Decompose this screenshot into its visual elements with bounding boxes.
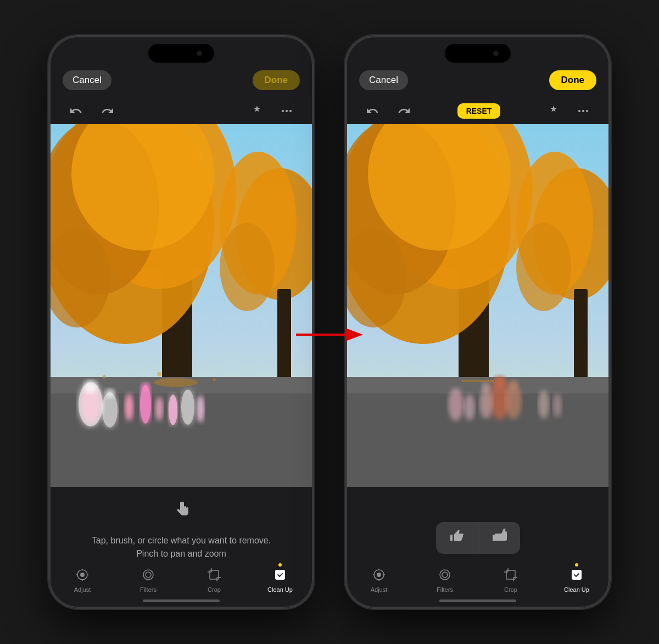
svg-point-29	[169, 395, 177, 425]
svg-point-42	[146, 572, 151, 578]
active-tab-indicator-left	[278, 563, 282, 567]
tab-cleanup-left[interactable]: Clean Up	[258, 568, 302, 593]
tab-filters-label-right: Filters	[437, 586, 453, 593]
cancel-button-left[interactable]: Cancel	[63, 70, 111, 90]
svg-point-78	[538, 390, 549, 419]
dynamic-island	[148, 44, 214, 63]
svg-point-26	[125, 393, 133, 421]
svg-point-31	[197, 395, 204, 423]
svg-rect-80	[461, 380, 494, 382]
phone-left: Cancel Done	[49, 36, 313, 608]
tab-bar-right: Adjust Filters	[346, 561, 610, 597]
tab-bar-left: Adjust Filters	[49, 561, 313, 597]
icon-bar-left	[49, 101, 313, 121]
auto-enhance-icon-left[interactable]	[247, 101, 267, 121]
home-indicator-right	[439, 599, 516, 602]
svg-point-36	[80, 573, 85, 577]
hand-pointer-icon	[169, 498, 193, 528]
svg-point-75	[494, 375, 506, 387]
svg-point-67	[516, 223, 571, 311]
svg-point-20	[103, 375, 106, 379]
svg-point-32	[84, 380, 97, 393]
svg-point-21	[157, 372, 161, 376]
svg-point-41	[143, 570, 153, 580]
tab-filters-label-left: Filters	[140, 586, 157, 593]
tab-cleanup-right[interactable]: Clean Up	[555, 568, 599, 593]
photo-area-right[interactable]	[346, 124, 610, 487]
svg-point-52	[582, 110, 584, 112]
feedback-area-right	[414, 487, 542, 561]
undo-icon-left[interactable]	[66, 101, 86, 121]
tab-crop-label-left: Crop	[208, 586, 221, 593]
auto-enhance-icon-right[interactable]	[544, 101, 563, 121]
svg-point-33	[105, 388, 115, 398]
done-button-left[interactable]: Done	[253, 70, 300, 90]
tab-adjust-left[interactable]: Adjust	[60, 568, 104, 593]
svg-point-16	[220, 223, 275, 311]
filters-icon-left	[141, 568, 155, 584]
svg-point-53	[586, 110, 588, 112]
svg-point-72	[479, 388, 493, 419]
done-button-right[interactable]: Done	[549, 70, 597, 90]
svg-rect-69	[346, 377, 610, 393]
svg-point-28	[155, 397, 163, 421]
reset-badge[interactable]: RESET	[457, 103, 501, 119]
svg-point-79	[553, 393, 562, 418]
thumbup-button[interactable]	[436, 522, 478, 554]
top-bar-right: Cancel Done	[346, 70, 610, 90]
svg-point-51	[578, 110, 580, 112]
svg-point-2	[289, 110, 292, 112]
svg-point-19	[154, 378, 198, 387]
tab-adjust-label-right: Adjust	[371, 586, 388, 593]
thumbdown-button[interactable]	[478, 522, 520, 554]
instruction-area: Tap, brush, or circle what you want to r…	[70, 487, 293, 561]
svg-point-74	[464, 394, 475, 420]
svg-point-82	[377, 573, 381, 577]
more-icon-left[interactable]	[277, 101, 297, 121]
svg-point-1	[286, 110, 288, 112]
svg-rect-48	[275, 570, 285, 580]
more-icon-right[interactable]	[573, 101, 593, 121]
svg-point-0	[282, 110, 284, 112]
tab-adjust-right[interactable]: Adjust	[357, 568, 401, 593]
tab-adjust-label-left: Adjust	[74, 586, 91, 593]
front-camera-right	[493, 51, 499, 56]
svg-point-87	[440, 570, 450, 580]
tab-crop-right[interactable]: Crop	[489, 568, 533, 593]
adjust-icon-right	[372, 568, 386, 584]
front-camera	[197, 51, 202, 56]
svg-point-73	[448, 388, 463, 421]
bottom-area-right: Adjust Filters	[346, 487, 610, 608]
tab-cleanup-label-left: Clean Up	[267, 586, 293, 593]
photo-area-left[interactable]	[49, 124, 313, 487]
svg-point-77	[482, 382, 490, 391]
undo-icon-right[interactable]	[362, 101, 382, 121]
tab-filters-right[interactable]: Filters	[423, 568, 467, 593]
crop-icon-left	[207, 568, 221, 584]
tab-crop-left[interactable]: Crop	[192, 568, 236, 593]
dynamic-island-right	[445, 44, 511, 63]
cleanup-icon-left	[273, 568, 287, 584]
svg-rect-94	[572, 570, 582, 580]
redo-icon-right[interactable]	[394, 101, 414, 121]
cancel-button-right[interactable]: Cancel	[359, 70, 408, 90]
feedback-buttons	[436, 522, 520, 554]
tab-crop-label-right: Crop	[504, 586, 517, 593]
svg-point-22	[213, 378, 216, 381]
svg-point-76	[509, 380, 518, 390]
tab-filters-left[interactable]: Filters	[126, 568, 170, 593]
svg-point-88	[442, 572, 448, 578]
transition-arrow	[294, 327, 365, 342]
phone-right: Cancel Done RESET	[346, 36, 610, 608]
crop-icon-right	[504, 568, 518, 584]
svg-point-34	[141, 382, 150, 391]
active-tab-indicator-right	[575, 563, 578, 567]
cleanup-icon-right	[569, 568, 584, 584]
instruction-text: Tap, brush, or circle what you want to r…	[92, 534, 271, 560]
home-indicator-left	[143, 599, 220, 602]
svg-point-30	[181, 390, 194, 425]
redo-icon-left[interactable]	[98, 101, 118, 121]
adjust-icon-left	[75, 568, 90, 584]
top-bar-left: Cancel Done	[49, 70, 313, 90]
icon-bar-right: RESET	[346, 101, 610, 121]
